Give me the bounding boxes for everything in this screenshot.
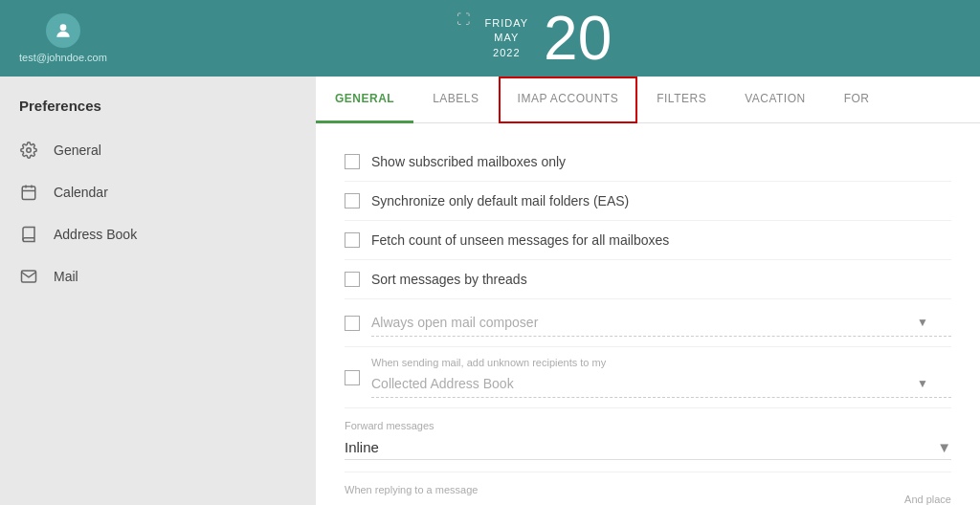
reply-left: When replying to a message Start my repl…: [345, 484, 885, 505]
app-header: test@johndoe.com ⛶ FRIDAYMAY2022 20: [0, 0, 980, 77]
recipients-select-value: Collected Address Book: [371, 376, 514, 391]
sidebar: Preferences General Calendar: [0, 77, 316, 505]
composer-select[interactable]: Always open mail composer ▼: [371, 309, 951, 337]
user-area: test@johndoe.com: [19, 13, 107, 63]
tab-filters[interactable]: FILTERS: [637, 77, 725, 123]
sidebar-title: Preferences: [0, 86, 316, 129]
forward-value: Inline: [345, 439, 379, 455]
checkbox-label-subscribed: Show subscribed mailboxes only: [371, 154, 566, 169]
composer-select-wrapper: Always open mail composer ▼: [371, 309, 951, 337]
composer-select-value: Always open mail composer: [371, 315, 538, 330]
date-day: 20: [544, 8, 612, 69]
checkbox-row-3: Fetch count of unseen messages for all m…: [345, 221, 951, 260]
address-book-icon: [19, 225, 38, 244]
checkbox-label-fetch-count: Fetch count of unseen messages for all m…: [371, 232, 669, 248]
recipients-select-wrapper: When sending mail, add unknown recipient…: [371, 357, 951, 398]
mail-icon: [19, 267, 38, 286]
checkbox-recipients[interactable]: [345, 370, 360, 385]
forward-label: Forward messages: [345, 420, 951, 431]
user-email: test@johndoe.com: [19, 52, 107, 63]
sidebar-item-mail[interactable]: Mail: [0, 255, 316, 297]
forward-select[interactable]: Inline ▼: [345, 435, 951, 460]
avatar: [46, 13, 80, 48]
main-layout: Preferences General Calendar: [0, 77, 980, 505]
checkbox-label-sync-default: Synchronize only default mail folders (E…: [371, 193, 629, 209]
date-label: FRIDAYMAY2022: [485, 16, 529, 60]
checkbox-sort-threads[interactable]: [345, 272, 360, 287]
reply-row: When replying to a message Start my repl…: [345, 472, 951, 505]
recipients-chevron-icon: ▼: [917, 377, 928, 390]
reply-select[interactable]: Start my reply below the quote ▼: [345, 499, 885, 505]
checkbox-fetch-count[interactable]: [345, 232, 360, 248]
date-area: ⛶ FRIDAYMAY2022 20: [107, 8, 961, 69]
tab-vacation[interactable]: VACATION: [725, 77, 825, 123]
expand-icon[interactable]: ⛶: [457, 11, 470, 27]
gear-icon: [19, 141, 38, 160]
checkbox-sync-default[interactable]: [345, 193, 360, 209]
svg-rect-2: [22, 187, 35, 200]
tab-for[interactable]: FOR: [825, 77, 889, 123]
tab-imap-accounts[interactable]: IMAP ACCOUNTS: [499, 77, 638, 123]
and-place-area: And place below: [885, 494, 951, 505]
reply-label: When replying to a message: [345, 484, 885, 495]
sidebar-item-address-book[interactable]: Address Book: [0, 213, 316, 255]
forward-chevron-icon: ▼: [937, 439, 951, 455]
svg-point-0: [60, 24, 67, 31]
tab-general[interactable]: GENERAL: [316, 77, 413, 123]
composer-row: Always open mail composer ▼: [345, 299, 951, 347]
and-place-label: And place: [904, 494, 951, 505]
recipients-row: When sending mail, add unknown recipient…: [345, 347, 951, 408]
recipients-select[interactable]: Collected Address Book ▼: [371, 370, 951, 398]
sidebar-label-address-book: Address Book: [54, 227, 137, 242]
composer-chevron-icon: ▼: [917, 316, 928, 329]
checkbox-row-1: Show subscribed mailboxes only: [345, 143, 951, 182]
sidebar-label-mail: Mail: [54, 269, 78, 284]
calendar-icon: [19, 183, 38, 202]
svg-point-1: [27, 148, 32, 153]
content-area: GENERAL LABELS IMAP ACCOUNTS FILTERS VAC…: [316, 77, 980, 505]
recipients-label: When sending mail, add unknown recipient…: [371, 357, 951, 368]
checkbox-row-4: Sort messages by threads: [345, 260, 951, 299]
form-area: Show subscribed mailboxes only Synchroni…: [316, 123, 980, 505]
forward-messages-group: Forward messages Inline ▼: [345, 408, 951, 472]
sidebar-item-general[interactable]: General: [0, 129, 316, 171]
checkbox-label-sort-threads: Sort messages by threads: [371, 272, 527, 287]
checkbox-composer[interactable]: [345, 316, 360, 331]
checkbox-subscribed[interactable]: [345, 154, 360, 169]
tab-bar: GENERAL LABELS IMAP ACCOUNTS FILTERS VAC…: [316, 77, 980, 123]
sidebar-label-calendar: Calendar: [54, 185, 108, 200]
sidebar-label-general: General: [54, 143, 101, 158]
sidebar-item-calendar[interactable]: Calendar: [0, 171, 316, 213]
checkbox-row-2: Synchronize only default mail folders (E…: [345, 182, 951, 221]
tab-labels[interactable]: LABELS: [413, 77, 498, 123]
